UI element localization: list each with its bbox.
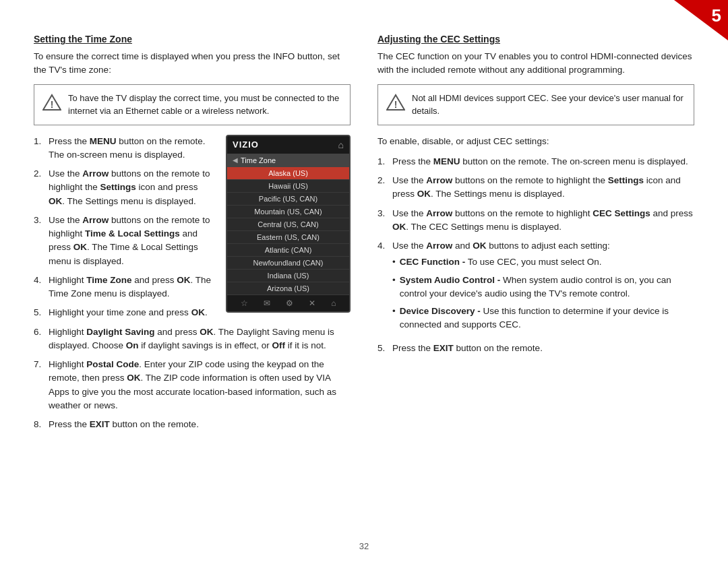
tv-footer-icon-star: ☆ [241,299,248,308]
page-chapter-number: 5 [712,5,721,26]
right-warning-text: Not all HDMI devices support CEC. See yo… [412,92,686,118]
tv-footer: ☆ ✉ ⚙ ✕ ⌂ [227,295,349,311]
right-warning-box: ! Not all HDMI devices support CEC. See … [377,84,694,125]
left-step-6: 6. Highlight Daylight Saving and press O… [34,325,351,353]
tv-menu-item-alaska: Alaska (US) [227,167,349,180]
page-footer-number: 32 [0,541,728,551]
tv-menu-item-indiana: Indiana (US) [227,270,349,282]
left-intro: To ensure the correct time is displayed … [34,50,351,77]
tv-menu-item-pacific: Pacific (US, CAN) [227,193,349,206]
tv-header: VIZIO ⌂ [227,136,349,154]
right-warning-icon: ! [386,93,405,112]
right-bullet-3: • Device Discovery - Use this function t… [392,305,694,332]
main-content: Setting the Time Zone To ensure the corr… [34,34,694,535]
tv-menu-item-atlantic: Atlantic (CAN) [227,244,349,257]
tv-menu-item-mountain: Mountain (US, CAN) [227,206,349,218]
left-step-5: 5. Highlight your time zone and press OK… [34,306,216,319]
tv-menu-item-central: Central (US, CAN) [227,218,349,231]
tv-menu-item-eastern: Eastern (US, CAN) [227,231,349,244]
right-step-1: 1. Press the MENU button on the remote. … [377,155,694,168]
tv-footer-icon-mail: ✉ [264,299,270,308]
left-step-2: 2. Use the Arrow buttons on the remote t… [34,167,216,208]
right-step-2: 2. Use the Arrow buttons on the remote t… [377,174,694,201]
svg-text:!: ! [51,99,54,110]
tv-home-icon: ⌂ [338,139,344,150]
tv-menu-back-arrow: ◀ [233,156,238,164]
tv-footer-icon-settings: ⚙ [286,299,293,308]
right-section-title: Adjusting the CEC Settings [377,34,694,44]
left-step-8: 8. Press the EXIT button on the remote. [34,418,351,431]
tv-menu-header-label: Time Zone [241,156,276,164]
tv-menu-item-hawaii: Hawaii (US) [227,180,349,193]
tv-menu-screenshot: VIZIO ⌂ ◀ Time Zone Alaska (US) Hawaii (… [226,135,351,313]
left-warning-text: To have the TV display the correct time,… [68,92,342,118]
left-section-title: Setting the Time Zone [34,34,351,44]
tv-logo: VIZIO [233,139,259,150]
tv-menu-item-newfoundland: Newfoundland (CAN) [227,257,349,270]
right-enable-text: To enable, disable, or adjust CEC settin… [377,135,694,148]
left-step-7: 7. Highlight Postal Code. Enter your ZIP… [34,358,351,412]
right-intro: The CEC function on your TV enables you … [377,50,694,77]
right-bullet-1: • CEC Function - To use CEC, you must se… [392,255,694,269]
warning-icon: ! [42,93,61,112]
left-column: Setting the Time Zone To ensure the corr… [34,34,351,535]
left-step-3: 3. Use the Arrow buttons on the remote t… [34,214,216,268]
tv-menu-item-arizona: Arizona (US) [227,282,349,295]
tv-footer-icon-home: ⌂ [331,299,336,308]
tv-footer-icon-close: ✕ [309,299,315,308]
right-bullets-list: • CEC Function - To use CEC, you must se… [392,255,694,332]
left-warning-box: ! To have the TV display the correct tim… [34,84,351,125]
right-step-5: 5. Press the EXIT button on the remote. [377,342,694,355]
svg-text:!: ! [394,99,398,110]
left-step-4: 4. Highlight Time Zone and press OK. The… [34,274,216,301]
right-steps-list: 1. Press the MENU button on the remote. … [377,155,694,355]
left-step-1: 1. Press the MENU button on the remote. … [34,135,216,162]
right-step-4: 4. Use the Arrow and OK buttons to adjus… [377,239,694,336]
tv-menu-header: ◀ Time Zone [227,154,349,167]
right-column: Adjusting the CEC Settings The CEC funct… [377,34,694,535]
right-step-3: 3. Use the Arrow buttons on the remote t… [377,207,694,235]
right-bullet-2: • System Audio Control - When system aud… [392,274,694,301]
